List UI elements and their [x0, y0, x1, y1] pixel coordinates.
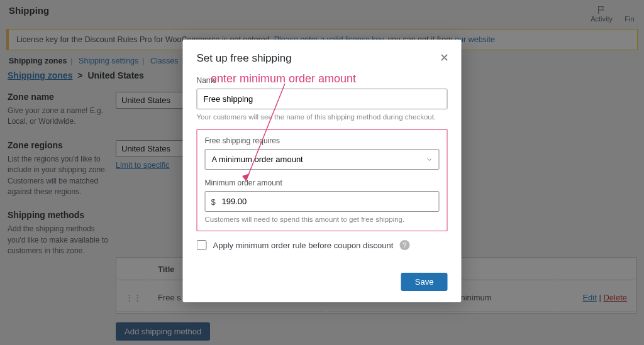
- before-coupon-checkbox[interactable]: [197, 240, 207, 250]
- modal-title: Set up free shipping: [197, 52, 448, 65]
- min-amount-help: Customers will need to spend this amount…: [205, 212, 440, 223]
- method-name-input[interactable]: [197, 89, 448, 109]
- modal-save-button[interactable]: Save: [401, 273, 448, 291]
- highlight-box: Free shipping requires A minimum order a…: [197, 129, 448, 231]
- close-icon[interactable]: ✕: [440, 51, 449, 65]
- free-shipping-modal: ✕ Set up free shipping Name Your custome…: [183, 40, 462, 302]
- help-icon[interactable]: ?: [399, 240, 409, 250]
- name-help: Your customers will see the name of this…: [197, 109, 448, 121]
- min-amount-label: Minimum order amount: [205, 178, 440, 191]
- before-coupon-label: Apply minimum order rule before coupon d…: [213, 241, 394, 250]
- min-amount-input[interactable]: [205, 191, 440, 212]
- currency-symbol: $: [211, 197, 216, 206]
- requires-label: Free shipping requires: [205, 136, 440, 149]
- name-label: Name: [197, 76, 448, 89]
- requires-select[interactable]: A minimum order amount: [205, 149, 440, 170]
